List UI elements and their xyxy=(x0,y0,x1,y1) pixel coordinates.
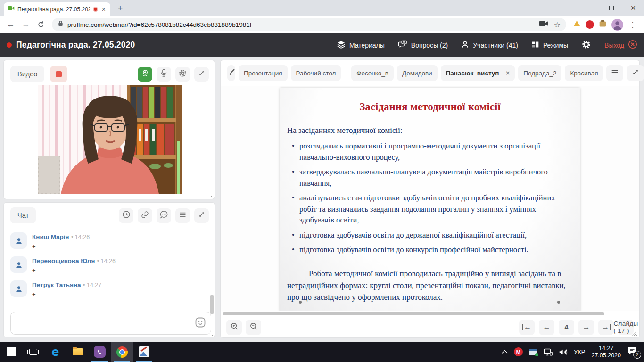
extension-icon[interactable] xyxy=(599,20,607,30)
extension-icon[interactable] xyxy=(586,20,594,29)
chat-panel: Чат xyxy=(4,203,215,337)
chat-message-list[interactable]: Книш Марія • 14:26 + Перевощикова Юля • … xyxy=(4,229,211,310)
chrome-taskbar-button[interactable] xyxy=(111,342,133,362)
slide-horizontal-scrollbar[interactable] xyxy=(223,312,604,315)
microphone-button[interactable] xyxy=(157,67,171,82)
video-panel: Видео xyxy=(4,60,215,199)
last-slide-button[interactable]: → xyxy=(598,320,614,335)
video-resize-handle[interactable] xyxy=(207,192,212,197)
zoom-in-button[interactable] xyxy=(226,320,242,335)
menu-participants[interactable]: Участники (41) xyxy=(461,40,518,50)
chat-label[interactable]: Чат xyxy=(10,207,36,223)
edge-taskbar-button[interactable]: e xyxy=(44,342,66,362)
video-label[interactable]: Видео xyxy=(10,66,44,82)
new-tab-button[interactable]: + xyxy=(114,2,126,15)
exit-close-icon xyxy=(628,40,637,50)
chat-input[interactable] xyxy=(16,316,195,330)
emoji-icon[interactable] xyxy=(195,317,206,330)
back-button[interactable]: ← xyxy=(5,18,17,31)
record-button[interactable] xyxy=(50,66,67,82)
edge-icon: e xyxy=(51,346,59,359)
network-icon[interactable] xyxy=(544,348,553,356)
person-icon xyxy=(461,40,469,50)
forward-button[interactable]: → xyxy=(20,18,32,31)
media-camera-icon[interactable] xyxy=(539,20,548,29)
window-close-button[interactable]: × xyxy=(622,0,644,16)
tray-clock[interactable]: 14:27 27.05.2020 xyxy=(591,345,621,359)
menu-materials[interactable]: Материалы xyxy=(337,40,385,50)
zoom-out-button[interactable] xyxy=(246,320,261,335)
slides-count-button[interactable]: Слайды ( 17 ) xyxy=(618,320,634,335)
paint-icon xyxy=(139,346,149,357)
chat-bubble-icon xyxy=(160,210,168,221)
browser-tab-bar: Педагогічна рада. 27.05.202 × + – × xyxy=(0,0,644,16)
camera-toggle-button[interactable] xyxy=(138,67,152,82)
slide: Засідання методичної комісії На засіданн… xyxy=(280,88,580,311)
video-panel-header: Видео xyxy=(4,60,215,82)
presentation-menu-button[interactable] xyxy=(606,65,623,81)
slide-bullet: підготовка здобувачів освіти до державно… xyxy=(287,230,570,241)
chat-menu-button[interactable] xyxy=(175,208,190,223)
tab-panasyuk-active[interactable]: Панасюк_виступ_ × xyxy=(441,65,515,81)
browser-profile-avatar[interactable] xyxy=(611,19,623,31)
chat-link-button[interactable] xyxy=(138,208,152,223)
paint-taskbar-button[interactable] xyxy=(133,342,155,362)
language-indicator[interactable]: УКР xyxy=(574,348,586,355)
volume-icon[interactable] xyxy=(559,348,568,356)
window-maximize-button[interactable] xyxy=(601,0,622,16)
tab-krasivaya[interactable]: Красивая xyxy=(565,65,603,81)
extension-icon[interactable] xyxy=(573,20,581,30)
tray-chevron-up-icon[interactable] xyxy=(502,350,508,354)
browser-address-bar: ← → pruffme.com/webinar/?id=62c578081b82… xyxy=(0,16,644,33)
chat-messages-button[interactable] xyxy=(157,208,171,223)
chrome-icon xyxy=(116,346,128,358)
tab-close-icon[interactable]: × xyxy=(101,6,107,13)
slide-area[interactable]: Засідання методичної комісії На засіданн… xyxy=(221,86,639,311)
refresh-button[interactable] xyxy=(35,18,47,31)
window-minimize-button[interactable]: – xyxy=(579,0,601,16)
video-fullscreen-button[interactable] xyxy=(194,67,209,82)
slide-page-number[interactable]: 4 xyxy=(559,320,574,335)
menu-questions[interactable]: Вопросы (2) xyxy=(398,40,448,50)
tab-pedrada2[interactable]: Педрада_2 xyxy=(518,65,561,81)
url-text: pruffme.com/webinar/?id=62c578081b82c44d… xyxy=(67,21,536,28)
chat-message-text: + xyxy=(32,243,90,250)
start-button[interactable] xyxy=(0,342,22,362)
previous-slide-button[interactable]: ← xyxy=(539,320,554,335)
settings-gear-button[interactable] xyxy=(581,40,591,51)
chat-scrollbar[interactable] xyxy=(210,295,214,314)
draw-tools-button[interactable] xyxy=(227,65,235,81)
action-center-button[interactable]: 2 xyxy=(627,346,639,358)
extension-icons xyxy=(573,20,607,30)
exit-button[interactable]: Выход xyxy=(604,40,637,50)
webinar-header: Педагогічна рада. 27.05.2020 Материалы В… xyxy=(0,33,644,57)
chat-history-button[interactable] xyxy=(119,208,133,223)
presentation-fullscreen-button[interactable] xyxy=(627,65,644,81)
browser-tab[interactable]: Педагогічна рада. 27.05.202 × xyxy=(4,2,110,16)
zoom-in-icon xyxy=(230,322,239,332)
tab-close-icon[interactable]: × xyxy=(506,69,510,77)
tab-desktop[interactable]: Рабочий стол xyxy=(291,65,341,81)
next-slide-button[interactable]: → xyxy=(578,320,594,335)
viber-taskbar-button[interactable] xyxy=(89,342,111,362)
menu-modes[interactable]: Режимы xyxy=(531,41,568,50)
file-explorer-button[interactable] xyxy=(66,342,89,362)
bookmark-star-icon[interactable]: ☆ xyxy=(554,20,561,29)
mega-tray-icon[interactable]: M xyxy=(514,347,523,356)
first-slide-button[interactable]: ← xyxy=(519,320,535,335)
hamburger-icon xyxy=(179,211,187,221)
remote-app-tray-icon[interactable] xyxy=(529,349,537,355)
task-view-button[interactable] xyxy=(22,342,44,362)
video-settings-button[interactable] xyxy=(175,67,190,82)
slide-bullet: аналізувались стан підготовки здобувачів… xyxy=(287,192,570,226)
tab-presentation[interactable]: Презентация xyxy=(239,65,288,81)
tab-favicon-webcam-icon xyxy=(8,5,15,14)
gear-icon xyxy=(581,40,591,51)
folder-icon xyxy=(73,348,83,355)
browser-menu-icon[interactable]: ⋮ xyxy=(626,20,639,29)
tab-fesenko[interactable]: Фесенко_в xyxy=(351,65,394,81)
chat-fullscreen-button[interactable] xyxy=(194,208,209,223)
url-box[interactable]: pruffme.com/webinar/?id=62c578081b82c44d… xyxy=(52,18,566,31)
chat-sender-name: Книш Марія xyxy=(32,233,69,240)
tab-demidovi[interactable]: Демидови xyxy=(397,65,438,81)
